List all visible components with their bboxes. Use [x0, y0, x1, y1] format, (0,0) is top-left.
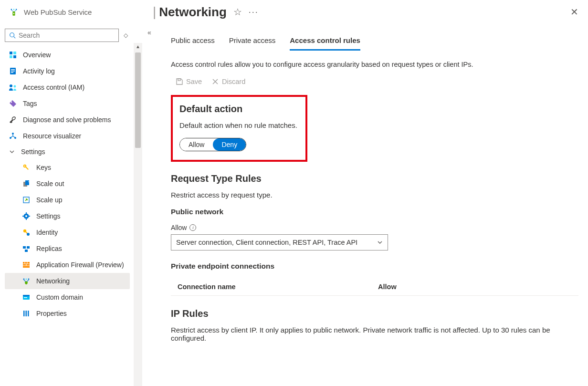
- svg-point-32: [23, 230, 26, 232]
- scale-up-icon: [22, 196, 31, 204]
- ip-rules-sub: Restrict access by client IP. It only ap…: [171, 326, 578, 342]
- activity-log-icon: [9, 67, 17, 75]
- nav-tags[interactable]: Tags: [5, 95, 130, 112]
- toggle-deny[interactable]: Deny: [213, 138, 246, 151]
- svg-point-15: [14, 85, 16, 88]
- request-type-rules-title: Request Type Rules: [171, 173, 578, 184]
- svg-point-45: [26, 279, 27, 280]
- svg-rect-8: [10, 55, 12, 58]
- gear-icon: [22, 212, 31, 220]
- chevron-down-icon: [9, 148, 15, 155]
- nav-replicas[interactable]: Replicas: [5, 240, 130, 257]
- identity-icon: [22, 228, 31, 237]
- svg-rect-51: [26, 311, 27, 316]
- svg-rect-13: [11, 72, 13, 73]
- dropdown-value: Server connection, Client connection, RE…: [176, 239, 357, 246]
- pec-table-header: Connection name Allow: [171, 278, 578, 296]
- firewall-icon: [22, 261, 31, 269]
- svg-rect-30: [22, 216, 24, 217]
- sidebar: ◇ Overview Activity log Access control (…: [0, 24, 134, 386]
- custom-domain-icon: [22, 293, 31, 302]
- nav-networking[interactable]: Networking: [5, 273, 130, 289]
- nav-custom-domain[interactable]: Custom domain: [5, 289, 130, 305]
- nav-settings[interactable]: Settings: [5, 208, 130, 224]
- scroll-up-icon[interactable]: ▲: [136, 44, 140, 49]
- nav-scale-out[interactable]: Scale out: [5, 176, 130, 192]
- nav-properties[interactable]: Properties: [5, 305, 130, 322]
- svg-rect-36: [27, 246, 30, 249]
- svg-point-1: [13, 9, 15, 10]
- tab-public-access[interactable]: Public access: [171, 33, 215, 51]
- sidebar-scrollbar[interactable]: ▲: [134, 43, 142, 386]
- collapse-sidebar-icon[interactable]: «: [147, 29, 151, 36]
- page-description: Access control rules allow you to config…: [171, 61, 578, 68]
- svg-point-16: [11, 102, 12, 103]
- allow-label-row: Allow i: [171, 224, 578, 231]
- nav-access-control[interactable]: Access control (IAM): [5, 79, 130, 95]
- discard-button[interactable]: Discard: [211, 78, 245, 85]
- tab-private-access[interactable]: Private access: [229, 33, 276, 51]
- svg-rect-49: [24, 297, 27, 298]
- brand-name: Web PubSub Service: [24, 8, 92, 16]
- svg-rect-31: [29, 216, 30, 217]
- scroll-thumb[interactable]: [135, 52, 141, 148]
- private-endpoint-heading: Private endpoint connections: [171, 262, 578, 271]
- svg-point-17: [12, 133, 14, 135]
- save-icon: [176, 78, 183, 85]
- svg-line-5: [14, 37, 16, 39]
- save-button[interactable]: Save: [176, 78, 202, 85]
- replicas-icon: [22, 244, 31, 253]
- nav-scale-up[interactable]: Scale up: [5, 192, 130, 208]
- resource-viz-icon: [9, 132, 17, 140]
- info-icon[interactable]: i: [189, 224, 196, 231]
- nav-overview[interactable]: Overview: [5, 47, 130, 63]
- properties-icon: [22, 309, 31, 318]
- svg-rect-29: [26, 219, 27, 220]
- main-pane: Public access Private access Access cont…: [157, 24, 588, 386]
- request-type-rules-sub: Restrict access by request type.: [171, 191, 578, 199]
- svg-rect-52: [28, 311, 29, 316]
- tags-icon: [9, 99, 17, 108]
- default-action-toggle[interactable]: Allow Deny: [179, 138, 246, 151]
- default-action-highlight: Default action Default action when no ru…: [171, 95, 307, 162]
- scale-out-icon: [22, 179, 31, 188]
- nav-identity[interactable]: Identity: [5, 224, 130, 240]
- favorite-star-icon[interactable]: ☆: [233, 6, 242, 18]
- svg-rect-24: [25, 180, 29, 185]
- svg-rect-11: [11, 69, 15, 70]
- nav-settings-group[interactable]: Settings: [5, 144, 130, 159]
- nav-activity-log[interactable]: Activity log: [5, 63, 130, 79]
- key-icon: [22, 163, 31, 172]
- nav-resource-visualizer[interactable]: Resource visualizer: [5, 128, 130, 144]
- svg-rect-28: [26, 212, 27, 214]
- request-type-dropdown[interactable]: Server connection, Client connection, RE…: [171, 234, 388, 250]
- access-control-icon: [9, 83, 17, 92]
- nav-keys[interactable]: Keys: [5, 159, 130, 176]
- search-icon: [9, 32, 16, 39]
- diagnose-icon: [9, 115, 17, 124]
- close-icon[interactable]: ✕: [570, 6, 578, 18]
- toggle-allow[interactable]: Allow: [180, 138, 213, 151]
- more-actions-icon[interactable]: ···: [249, 7, 259, 17]
- svg-point-0: [11, 9, 12, 10]
- expand-toggle-icon[interactable]: ◇: [122, 30, 130, 41]
- svg-point-4: [10, 33, 14, 37]
- overview-icon: [9, 51, 17, 59]
- nav-app-firewall[interactable]: Application Firewall (Preview): [5, 257, 130, 273]
- nav-diagnose[interactable]: Diagnose and solve problems: [5, 112, 130, 128]
- col-connection-name: Connection name: [178, 283, 378, 291]
- svg-rect-7: [13, 52, 16, 54]
- svg-rect-6: [10, 52, 12, 54]
- svg-point-46: [28, 279, 30, 280]
- tab-access-control-rules[interactable]: Access control rules: [290, 33, 360, 51]
- svg-rect-48: [23, 295, 30, 296]
- svg-rect-53: [178, 79, 180, 81]
- search-input-wrap[interactable]: [5, 29, 119, 42]
- public-network-heading: Public network: [171, 208, 578, 216]
- svg-point-14: [10, 84, 12, 87]
- search-input[interactable]: [19, 31, 115, 39]
- ip-rules-title: IP Rules: [171, 308, 578, 319]
- service-logo-icon: [10, 8, 18, 16]
- svg-rect-22: [26, 167, 29, 170]
- svg-point-44: [23, 279, 25, 280]
